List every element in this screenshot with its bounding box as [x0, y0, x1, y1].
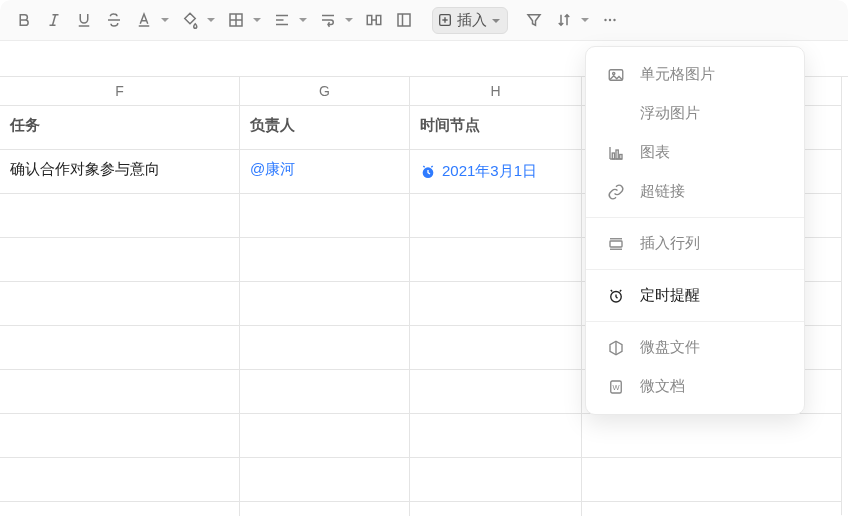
alarm-clock-icon — [606, 287, 626, 305]
menu-label: 定时提醒 — [640, 286, 700, 305]
cell[interactable] — [240, 238, 410, 282]
svg-rect-29 — [612, 153, 614, 159]
merge-button[interactable] — [360, 6, 388, 34]
column-header-f[interactable]: F — [0, 77, 240, 106]
menu-timed-reminder[interactable]: 定时提醒 — [586, 276, 804, 315]
sort-chevron-icon[interactable] — [576, 15, 594, 25]
cell[interactable] — [240, 282, 410, 326]
cell[interactable] — [410, 194, 582, 238]
svg-rect-16 — [398, 14, 410, 26]
disk-icon — [606, 339, 626, 357]
cell-due[interactable]: 2021年3月1日 — [410, 150, 582, 194]
cell[interactable] — [582, 458, 842, 502]
alarm-icon — [420, 164, 436, 180]
cell[interactable] — [240, 370, 410, 414]
cell[interactable] — [240, 502, 410, 516]
cell[interactable] — [0, 414, 240, 458]
wrap-chevron-icon[interactable] — [340, 15, 358, 25]
cell[interactable] — [0, 502, 240, 516]
cell[interactable] — [240, 194, 410, 238]
cell[interactable] — [582, 414, 842, 458]
align-button[interactable] — [268, 6, 296, 34]
cell[interactable] — [0, 194, 240, 238]
border-chevron-icon[interactable] — [248, 15, 266, 25]
header-owner[interactable]: 负责人 — [240, 106, 410, 150]
fill-color-chevron-icon[interactable] — [202, 15, 220, 25]
menu-float-image[interactable]: 浮动图片 — [586, 94, 804, 133]
rows-icon — [606, 235, 626, 253]
svg-rect-14 — [376, 16, 381, 25]
menu-separator — [586, 217, 804, 218]
strikethrough-button[interactable] — [100, 6, 128, 34]
cell-owner[interactable]: @康河 — [240, 150, 410, 194]
menu-separator — [586, 321, 804, 322]
bold-button[interactable] — [10, 6, 38, 34]
svg-point-22 — [609, 19, 611, 21]
menu-chart[interactable]: 图表 — [586, 133, 804, 172]
cell[interactable] — [410, 238, 582, 282]
border-button[interactable] — [222, 6, 250, 34]
filter-button[interactable] — [520, 6, 548, 34]
svg-rect-13 — [367, 16, 372, 25]
menu-separator — [586, 269, 804, 270]
menu-label: 超链接 — [640, 182, 685, 201]
cell[interactable] — [410, 282, 582, 326]
cell[interactable] — [0, 370, 240, 414]
sort-button[interactable] — [550, 6, 578, 34]
cell[interactable] — [410, 370, 582, 414]
font-color-button[interactable] — [130, 6, 158, 34]
menu-wedisk-file[interactable]: 微盘文件 — [586, 328, 804, 367]
cell[interactable] — [582, 502, 842, 516]
italic-button[interactable] — [40, 6, 68, 34]
cell[interactable] — [410, 414, 582, 458]
cell[interactable] — [0, 282, 240, 326]
svg-text:W: W — [612, 383, 620, 392]
menu-hyperlink[interactable]: 超链接 — [586, 172, 804, 211]
cell[interactable] — [410, 326, 582, 370]
menu-label: 插入行列 — [640, 234, 700, 253]
svg-point-21 — [604, 19, 606, 21]
wrap-button[interactable] — [314, 6, 342, 34]
menu-wedoc[interactable]: W 微文档 — [586, 367, 804, 406]
menu-insert-rows[interactable]: 插入行列 — [586, 224, 804, 263]
insert-button[interactable]: 插入 — [432, 7, 508, 34]
cell[interactable] — [0, 458, 240, 502]
column-header-h[interactable]: H — [410, 77, 582, 106]
underline-button[interactable] — [70, 6, 98, 34]
doc-icon: W — [606, 378, 626, 396]
header-task[interactable]: 任务 — [0, 106, 240, 150]
menu-label: 浮动图片 — [640, 104, 700, 123]
more-button[interactable] — [596, 6, 624, 34]
freeze-button[interactable] — [390, 6, 418, 34]
svg-rect-30 — [616, 150, 618, 159]
mention-link[interactable]: @康河 — [250, 160, 295, 177]
link-icon — [606, 183, 626, 201]
spreadsheet-area: F G H 任务 负责人 时间节点 确认合作对象参与意向 @康河 2021年3月… — [0, 76, 848, 516]
align-chevron-icon[interactable] — [294, 15, 312, 25]
svg-point-23 — [613, 19, 615, 21]
svg-rect-32 — [610, 241, 622, 247]
cell[interactable] — [240, 414, 410, 458]
cell[interactable] — [240, 458, 410, 502]
chart-icon — [606, 144, 626, 162]
menu-label: 微文档 — [640, 377, 685, 396]
font-color-chevron-icon[interactable] — [156, 15, 174, 25]
cell[interactable] — [410, 502, 582, 516]
menu-label: 微盘文件 — [640, 338, 700, 357]
cell[interactable] — [0, 326, 240, 370]
toolbar: 插入 — [0, 0, 848, 41]
insert-label: 插入 — [457, 11, 487, 30]
cell[interactable] — [240, 326, 410, 370]
cell[interactable] — [410, 458, 582, 502]
header-due[interactable]: 时间节点 — [410, 106, 582, 150]
cell-task[interactable]: 确认合作对象参与意向 — [0, 150, 240, 194]
menu-label: 图表 — [640, 143, 670, 162]
column-header-g[interactable]: G — [240, 77, 410, 106]
chevron-down-icon — [491, 12, 501, 29]
svg-rect-31 — [620, 154, 622, 159]
fill-color-button[interactable] — [176, 6, 204, 34]
svg-line-0 — [53, 15, 56, 26]
menu-cell-image[interactable]: 单元格图片 — [586, 55, 804, 94]
image-icon — [606, 66, 626, 84]
cell[interactable] — [0, 238, 240, 282]
